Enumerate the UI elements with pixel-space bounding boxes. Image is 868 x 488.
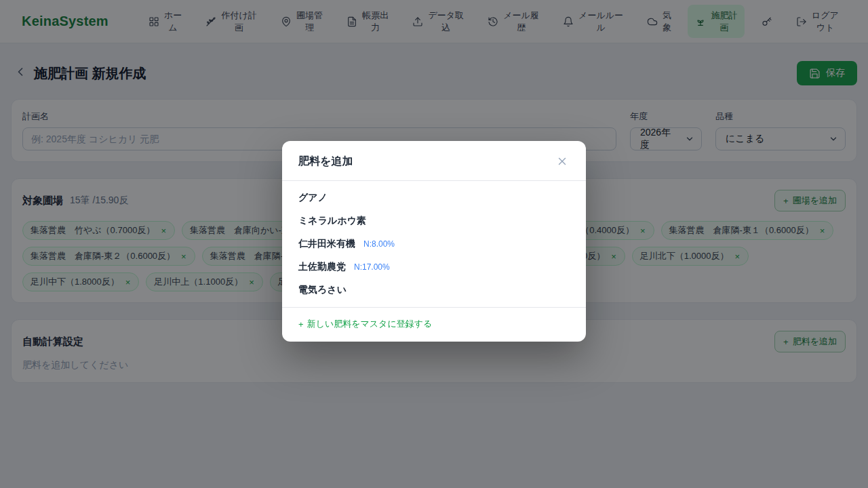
fertilizer-list: グアノミネラルホウ素仁井田米有機N:8.00%土佐勤農党N:17.00%電気ろさ… xyxy=(282,181,586,308)
close-icon xyxy=(556,155,568,167)
register-new-fertilizer-link[interactable]: + 新しい肥料をマスタに登録する xyxy=(298,318,432,330)
modal-title: 肥料を追加 xyxy=(298,155,353,169)
modal-close-button[interactable] xyxy=(555,154,570,169)
fertilizer-npk-value: N:17.00% xyxy=(354,262,390,272)
fertilizer-list-item[interactable]: 仁井田米有機N:8.00% xyxy=(282,232,586,256)
fertilizer-npk-value: N:8.00% xyxy=(363,239,395,249)
register-new-fertilizer-label: 新しい肥料をマスタに登録する xyxy=(307,318,433,330)
fertilizer-name: ミネラルホウ素 xyxy=(298,215,366,227)
fertilizer-name: 電気ろさい xyxy=(298,284,347,296)
add-fertilizer-modal: 肥料を追加 グアノミネラルホウ素仁井田米有機N:8.00%土佐勤農党N:17.0… xyxy=(282,141,586,342)
fertilizer-list-item[interactable]: グアノ xyxy=(282,186,586,209)
fertilizer-name: 土佐勤農党 xyxy=(298,261,346,273)
fertilizer-list-item[interactable]: 電気ろさい xyxy=(282,279,586,302)
fertilizer-name: 仁井田米有機 xyxy=(298,238,355,250)
plus-icon: + xyxy=(298,319,304,329)
fertilizer-list-item[interactable]: 土佐勤農党N:17.00% xyxy=(282,256,586,279)
fertilizer-list-item[interactable]: ミネラルホウ素 xyxy=(282,209,586,232)
fertilizer-name: グアノ xyxy=(298,192,328,204)
